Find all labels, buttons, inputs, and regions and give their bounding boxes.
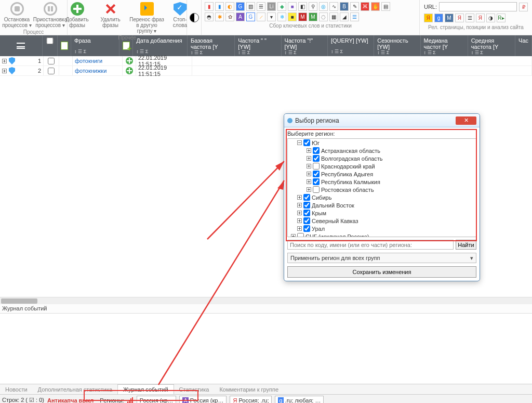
tile-icon[interactable]: ⟋ xyxy=(257,12,265,21)
expander-icon[interactable] xyxy=(2,69,7,73)
tree-checkbox[interactable] xyxy=(313,155,320,162)
apply-all-combo[interactable]: Применить регион для всех групп xyxy=(287,253,476,263)
tile-icon[interactable]: ▤ xyxy=(381,2,390,11)
tile-icon[interactable]: ✿ xyxy=(225,12,234,21)
tree-toggle-icon[interactable] xyxy=(307,156,311,161)
tile-icon[interactable]: ☰ xyxy=(257,2,265,11)
tile-icon[interactable]: ❄ xyxy=(277,12,286,21)
col-avg[interactable]: Средняя частота [Y↕ ☰ Σ xyxy=(468,35,515,56)
col-freq3[interactable]: Частота "!" [YW]↕ ☰ Σ xyxy=(282,35,328,56)
tile-icon[interactable]: ▮ xyxy=(215,2,224,11)
tree-toggle-icon[interactable] xyxy=(297,226,302,231)
tree-checkbox[interactable] xyxy=(303,194,310,201)
tile-icon[interactable]: В xyxy=(340,2,349,11)
h-scrollbar[interactable] xyxy=(0,297,532,304)
move-phrases-button[interactable]: Перенос фраз в другую группу ▾ xyxy=(129,2,165,34)
table-row[interactable]: 1 фотокниги 22.01.2019 11:51:15 xyxy=(0,56,532,66)
tree-toggle-icon[interactable] xyxy=(307,172,311,176)
region-tree[interactable]: Юг Астраханская область Волгоградская об… xyxy=(287,138,476,237)
col-season[interactable]: Сезонность [YW]↕ ☰ Σ xyxy=(374,35,420,56)
ruble-icon[interactable]: ₽ xyxy=(519,3,528,11)
save-button[interactable]: Сохранить изменения xyxy=(287,266,476,278)
region-chip[interactable]: g.ru; любая; … xyxy=(275,396,324,403)
tile-icon[interactable]: ✋ xyxy=(371,2,380,11)
url-input[interactable] xyxy=(439,2,517,11)
tree-checkbox[interactable] xyxy=(303,217,310,224)
col-checkbox[interactable] xyxy=(43,35,58,56)
tab-extra-stats[interactable]: Дополнительная статистика xyxy=(33,385,118,394)
scroll-thumb[interactable] xyxy=(1,298,37,304)
tile-icon[interactable]: ⚲ xyxy=(309,2,317,11)
row-checkbox[interactable] xyxy=(48,68,55,74)
region-chip[interactable]: ЯРоссия; .ru; xyxy=(230,396,272,403)
tile-icon[interactable]: ▮ xyxy=(205,2,214,11)
tab-news[interactable]: Новости xyxy=(0,385,33,394)
add-phrase-icon[interactable] xyxy=(126,67,133,74)
add-phrases-button[interactable]: Добавить фразы xyxy=(62,2,92,28)
tile-icon[interactable]: ✎ xyxy=(350,2,359,11)
tile-icon[interactable]: ◓ xyxy=(205,12,214,21)
tree-checkbox[interactable] xyxy=(303,225,310,232)
tab-comments[interactable]: Комментарии к группе xyxy=(214,385,284,394)
tile-icon[interactable]: А xyxy=(236,12,245,21)
region-chip[interactable]: Россия (кр… xyxy=(137,396,177,403)
tree-checkbox[interactable] xyxy=(297,233,304,237)
tree-toggle-icon[interactable] xyxy=(297,140,302,145)
tab-stats[interactable]: Статистика xyxy=(174,385,215,394)
row-checkbox[interactable] xyxy=(48,58,55,64)
tile-icon[interactable]: Li xyxy=(267,2,276,11)
stop-process-button[interactable]: Остановка процессов ▾ xyxy=(2,2,32,28)
search-button[interactable]: Найти xyxy=(456,240,476,250)
col-freq2[interactable]: Частота " " [YW]↕ ☰ Σ xyxy=(235,35,281,56)
tree-checkbox[interactable] xyxy=(313,171,320,177)
contrast-toggle[interactable] xyxy=(187,0,202,35)
tree-toggle-icon[interactable] xyxy=(297,218,302,223)
tile-icon[interactable]: ◐ xyxy=(225,2,234,11)
col-median[interactable]: Медиана частот [Y↕ ☰ Σ xyxy=(421,35,468,56)
tile-icon[interactable]: ☰ xyxy=(466,14,474,22)
col-base[interactable]: Базовая частота [Y↕ ☰ Σ xyxy=(188,35,235,56)
tree-checkbox[interactable] xyxy=(313,147,320,154)
tile-icon[interactable]: ■ xyxy=(288,12,297,21)
tile-icon[interactable]: ■ xyxy=(288,2,297,11)
tile-icon[interactable]: G xyxy=(236,2,245,11)
tile-icon[interactable]: ☰ xyxy=(350,12,359,21)
table-row[interactable]: 2 фотокнижки 22.01.2019 11:51:15 xyxy=(0,66,532,76)
region-search-input[interactable] xyxy=(287,240,454,250)
phrase-link[interactable]: фотокнижки xyxy=(73,66,123,75)
tile-icon[interactable]: Я xyxy=(455,14,464,22)
tile-icon[interactable]: ▾ xyxy=(267,12,276,21)
tile-icon[interactable]: G xyxy=(246,12,255,21)
tile-icon[interactable]: ◑ xyxy=(486,14,495,22)
tree-checkbox[interactable] xyxy=(313,186,320,193)
tree-checkbox[interactable] xyxy=(303,202,310,209)
expander-icon[interactable] xyxy=(2,59,7,63)
tree-toggle-icon[interactable] xyxy=(297,211,302,215)
tile-icon[interactable]: ▧ xyxy=(246,2,255,11)
tree-checkbox[interactable] xyxy=(303,139,310,146)
tile-icon[interactable]: М xyxy=(309,12,317,21)
tree-checkbox[interactable] xyxy=(303,210,310,216)
add-phrase-icon[interactable] xyxy=(126,57,133,64)
tree-checkbox[interactable] xyxy=(313,163,320,170)
tile-icon[interactable]: ▦ xyxy=(329,12,338,21)
tree-toggle-icon[interactable] xyxy=(291,234,296,237)
tree-checkbox[interactable] xyxy=(313,178,320,185)
tile-icon[interactable]: ◌ xyxy=(319,12,328,21)
tree-toggle-icon[interactable] xyxy=(297,195,302,200)
tile-icon[interactable]: Я xyxy=(476,14,485,22)
header-checkbox[interactable] xyxy=(46,37,54,44)
col-query[interactable]: [QUERY] [YW]↕ ☰ Σ xyxy=(328,35,374,56)
tile-icon[interactable]: ◆ xyxy=(277,2,286,11)
tile-icon[interactable]: g xyxy=(434,14,443,22)
tile-icon[interactable]: ✱ xyxy=(215,12,224,21)
tile-icon[interactable]: ◧ xyxy=(298,2,307,11)
tile-icon[interactable]: Я xyxy=(424,14,433,22)
tile-icon[interactable]: М xyxy=(298,12,307,21)
tile-icon[interactable]: Ж xyxy=(361,2,369,11)
r-icon[interactable]: R▸ xyxy=(497,14,506,22)
anticaptcha-toggle[interactable]: Антикапча выкл xyxy=(47,397,94,404)
dialog-titlebar[interactable]: Выбор региона ✕ xyxy=(284,114,480,127)
pause-process-button[interactable]: Приостановка процессов ▾ xyxy=(35,2,65,28)
col-last[interactable]: Час xyxy=(515,35,532,56)
